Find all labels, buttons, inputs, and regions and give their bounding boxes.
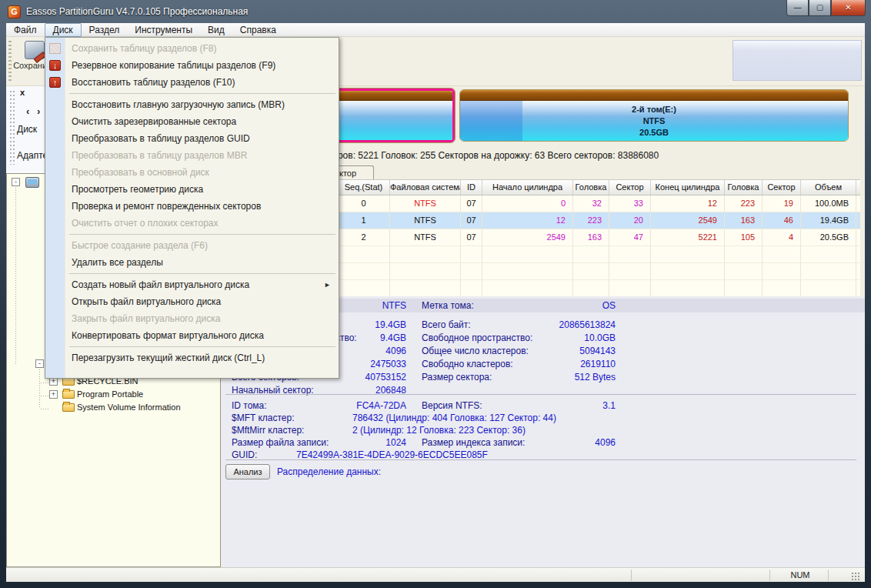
partition-bar-volume2[interactable]: 2-й том(E:) NTFS 20.5GB (459, 89, 849, 142)
num-lock-indicator: NUM (773, 570, 827, 580)
disk-menu-item-8: Преобразовать в основной диск (45, 164, 339, 181)
partition-type-band (460, 90, 848, 101)
detail-value: 786432 (Цилиндр: 404 Головка: 127 Сектор… (352, 413, 722, 423)
detail-value: 20865613824 (514, 319, 616, 330)
dock-tab-disk[interactable]: Диск (17, 124, 37, 135)
disk-dropdown-menu: Сохранить таблицу разделов (F8)Резервное… (45, 37, 339, 379)
data-distribution-label: Распределение данных: (277, 466, 381, 477)
table-cell: 20 (609, 212, 651, 229)
toolbar-grip[interactable] (8, 41, 12, 81)
table-cell (801, 280, 856, 296)
table-header-cell: Головка (573, 180, 609, 195)
disk-menu-item-5[interactable]: Очистить зарезервированные сектора (45, 113, 339, 130)
detail-value: OS (514, 300, 616, 311)
disk-menu-item-14[interactable]: Удалить все разделы (45, 254, 339, 271)
table-cell (461, 263, 482, 279)
detail-value: 10.0GB (514, 332, 616, 343)
tree-volume-expander[interactable]: - (35, 359, 44, 368)
disk-geometry-info: Цилиндров: 5221 Головок: 255 Секторов на… (305, 150, 659, 161)
disk-menu-item-9[interactable]: Просмотреть геометрию диска (45, 181, 339, 198)
menu-separator (69, 346, 335, 347)
detail-value: FC4A-72DA (314, 400, 406, 411)
details-row: Размер файла записи:1024Размер индекса з… (222, 437, 865, 449)
disk-menu-item-21[interactable]: Перезагрузить текущий жесткий диск (Ctrl… (45, 349, 339, 366)
close-button[interactable]: ✕ (831, 0, 866, 16)
menu-view[interactable]: Вид (200, 23, 232, 37)
toolbar-right-panel (733, 40, 862, 81)
disk-menu-item-2[interactable]: Восстановить таблицу разделов (F10)↑ (45, 74, 339, 91)
tree-item-label: Program Portable (77, 389, 143, 399)
menu-disk[interactable]: Диск (45, 23, 82, 37)
table-cell: 07 (461, 212, 482, 229)
restore-table-icon: ↑ (49, 77, 61, 88)
disk-menu-item-17[interactable]: Открыть файл виртуального диска (45, 293, 339, 310)
table-header-cell: Объем (801, 180, 856, 195)
table-header-row: Seq.(Stat)Файловая системаIDНачало цилин… (338, 180, 860, 195)
detail-value: 1024 (314, 437, 406, 448)
table-cell: NTFS (390, 229, 461, 246)
table-cell (651, 246, 725, 262)
detail-value: 2 (Цилиндр: 12 Головка: 223 Сектор: 36) (352, 425, 722, 436)
dock-close-icon[interactable]: x (20, 88, 25, 97)
detail-value: 7E42499A-381E-4DEA-9029-6ECDC5EE085F (296, 449, 666, 460)
detail-value: 2619110 (514, 359, 616, 369)
menu-separator (69, 234, 335, 235)
table-cell (763, 280, 801, 296)
minimize-button[interactable]: — (786, 0, 809, 16)
table-row[interactable]: 2NTFS072549163475221105420.5GB (338, 229, 860, 246)
detail-value: 4096 (514, 437, 616, 448)
dock-nav-arrows-icon[interactable]: ‹ › (26, 105, 42, 117)
table-cell (801, 263, 856, 279)
table-cell (482, 246, 573, 262)
maximize-button[interactable]: ▢ (809, 0, 831, 16)
disk-menu-item-16[interactable]: Создать новый файл виртуального диска► (45, 276, 339, 293)
details-row: $MftMirr кластер:2 (Цилиндр: 12 Головка:… (222, 425, 865, 437)
table-header-cell: Сектор (763, 180, 801, 195)
menu-help[interactable]: Справка (232, 23, 284, 37)
tree-root-expander[interactable]: - (12, 178, 20, 186)
app-window: G Eassos PartitionGuru V4.7.0.105 Профес… (0, 0, 871, 588)
table-cell: 100.0MB (801, 195, 856, 212)
table-cell: 07 (461, 229, 482, 246)
resize-grip[interactable] (851, 572, 860, 581)
table-cell (725, 263, 763, 279)
table-cell (461, 246, 482, 262)
dock-grip-2[interactable] (13, 91, 15, 165)
computer-icon (25, 177, 39, 188)
table-row[interactable] (338, 246, 860, 263)
disk-menu-item-10[interactable]: Проверка и ремонт поврежденных секторов (45, 198, 339, 215)
disk-menu-item-4[interactable]: Восстановить главную загрузочную запись … (45, 96, 339, 113)
table-cell (801, 246, 856, 262)
table-header-cell: Сектор (609, 180, 651, 195)
details-divider (225, 459, 856, 460)
table-cell: NTFS (390, 212, 461, 229)
table-cell: 19.4GB (801, 212, 856, 229)
table-cell (461, 280, 482, 296)
table-cell (338, 263, 390, 279)
tree-expander[interactable]: + (49, 390, 58, 399)
disk-menu-item-1[interactable]: Резервное копирование таблицы разделов (… (45, 57, 339, 74)
table-row[interactable] (338, 263, 860, 280)
disk-menu-item-19[interactable]: Конвертировать формат виртуального диска (45, 327, 339, 344)
menu-tools[interactable]: Инструменты (127, 23, 200, 37)
table-cell: NTFS (390, 195, 461, 212)
title-bar[interactable]: G Eassos PartitionGuru V4.7.0.105 Профес… (0, 0, 871, 23)
save-disk-icon (25, 41, 45, 59)
disk-menu-item-7: Преобразовать в таблицу разделов MBR (45, 147, 339, 164)
menu-partition[interactable]: Раздел (82, 23, 128, 37)
table-cell: 2549 (651, 212, 725, 229)
menu-file[interactable]: Файл (6, 23, 45, 37)
menu-separator (69, 93, 335, 94)
table-row[interactable] (338, 280, 860, 297)
disk-menu-item-6[interactable]: Преобразовать в таблицу разделов GUID (45, 130, 339, 147)
analyze-button[interactable]: Анализ (225, 464, 270, 479)
table-row[interactable]: 0NTFS07032331222319100.0MB (338, 195, 860, 212)
partition-table: Seq.(Stat)Файловая системаIDНачало цилин… (337, 179, 860, 296)
table-header-cell: ID (461, 180, 482, 195)
details-row: ID тома:FC4A-72DAВерсия NTFS:3.1 (222, 400, 865, 413)
dock-grip[interactable] (10, 91, 12, 165)
details-divider (225, 394, 856, 395)
table-row[interactable]: 1NTFS07122232025491634619.4GB (338, 212, 860, 229)
status-bar: NUM (6, 567, 865, 582)
table-cell: 163 (725, 212, 763, 229)
